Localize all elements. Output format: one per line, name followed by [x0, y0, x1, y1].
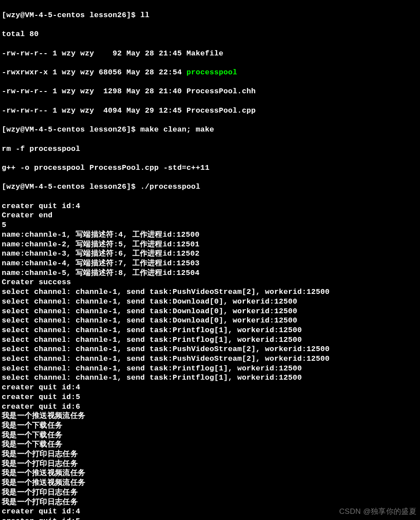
output-line: creater quit id:5 — [2, 392, 418, 402]
output-line: -rwxrwxr-x 1 wzy wzy 68056 May 28 22:54 … — [2, 68, 418, 77]
output-line: creater quit id:5 — [2, 516, 418, 520]
output-line: select channel: channle-1, send task:Pus… — [2, 344, 418, 354]
output-line: select channel: channle-1, send task:Pri… — [2, 364, 418, 374]
output-line: total 80 — [2, 29, 418, 39]
terminal-output: [wzy@VM-4-5-centos lesson26]$ ll total 8… — [0, 0, 420, 520]
output-line: 5 — [2, 220, 418, 230]
command-text: make clean; make — [140, 125, 214, 134]
output-line: 我是一个下载任务 — [2, 431, 418, 440]
output-line: 我是一个打印日志任务 — [2, 498, 418, 507]
ls-row-prefix: -rwxrwxr-x 1 wzy wzy 68056 May 28 22:54 — [2, 68, 186, 77]
shell-prompt: [wzy@VM-4-5-centos lesson26]$ — [2, 125, 140, 134]
output-line: -rw-rw-r-- 1 wzy wzy 4094 May 29 12:45 P… — [2, 106, 418, 116]
shell-prompt: [wzy@VM-4-5-centos lesson26]$ — [2, 11, 140, 19]
watermark-text: CSDN @独享你的盛夏 — [339, 507, 416, 516]
output-line: select channel: channle-1, send task:Pri… — [2, 326, 418, 335]
command-text: ./processpool — [140, 183, 201, 191]
command-text: ll — [140, 11, 150, 19]
output-line: name:channle-3, 写端描述符:6, 工作进程id:12502 — [2, 249, 418, 259]
output-line: creater quit id:6 — [2, 402, 418, 412]
output-line: select channel: channle-1, send task:Pus… — [2, 287, 418, 297]
program-output: creater quit id:4Creater end5name:channl… — [2, 201, 418, 520]
output-line: -rw-rw-r-- 1 wzy wzy 1298 May 28 21:40 P… — [2, 87, 418, 96]
output-line: select channel: channle-1, send task:Pri… — [2, 373, 418, 383]
output-line: 我是一个打印日志任务 — [2, 450, 418, 459]
output-line: rm -f processpool — [2, 144, 418, 154]
output-line: select channel: channle-1, send task:Dow… — [2, 297, 418, 307]
output-line: Creater end — [2, 211, 418, 220]
output-line: g++ -o processpool ProcessPool.cpp -std=… — [2, 163, 418, 173]
prompt-line[interactable]: [wzy@VM-4-5-centos lesson26]$ ll — [2, 11, 418, 20]
output-line: 我是一个打印日志任务 — [2, 488, 418, 498]
output-line: name:channle-1, 写端描述符:4, 工作进程id:12500 — [2, 230, 418, 240]
output-line: 我是一个推送视频流任务 — [2, 478, 418, 488]
output-line: name:channle-4, 写端描述符:7, 工作进程id:12503 — [2, 259, 418, 268]
output-line: 我是一个推送视频流任务 — [2, 469, 418, 478]
output-line: select channel: channle-1, send task:Pri… — [2, 335, 418, 345]
shell-prompt: [wzy@VM-4-5-centos lesson26]$ — [2, 183, 140, 191]
output-line: creater quit id:4 — [2, 201, 418, 211]
output-line: name:channle-2, 写端描述符:5, 工作进程id:12501 — [2, 240, 418, 249]
output-line: select channel: channle-1, send task:Pus… — [2, 354, 418, 364]
prompt-line[interactable]: [wzy@VM-4-5-centos lesson26]$ make clean… — [2, 125, 418, 135]
prompt-line[interactable]: [wzy@VM-4-5-centos lesson26]$ ./processp… — [2, 182, 418, 192]
executable-file: processpool — [186, 68, 237, 77]
output-line: name:channle-5, 写端描述符:8, 工作进程id:12504 — [2, 268, 418, 278]
output-line: 我是一个下载任务 — [2, 440, 418, 450]
output-line: Creater success — [2, 278, 418, 287]
output-line: 我是一个推送视频流任务 — [2, 411, 418, 421]
output-line: creater quit id:4 — [2, 383, 418, 392]
output-line: 我是一个下载任务 — [2, 421, 418, 431]
output-line: select channel: channle-1, send task:Dow… — [2, 307, 418, 316]
output-line: 我是一个打印日志任务 — [2, 459, 418, 469]
output-line: -rw-rw-r-- 1 wzy wzy 92 May 28 21:45 Mak… — [2, 49, 418, 59]
output-line: select channel: channle-1, send task:Dow… — [2, 316, 418, 326]
